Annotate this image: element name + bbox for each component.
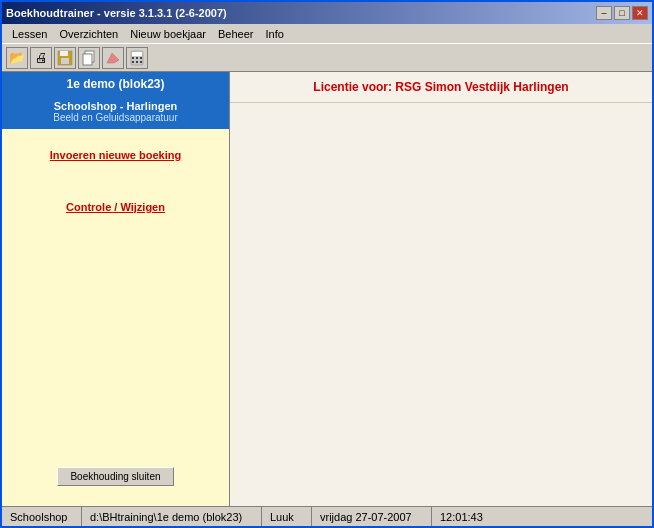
boekhouding-sluiten-button[interactable]: Boekhouding sluiten xyxy=(57,467,173,486)
svg-rect-13 xyxy=(140,61,142,63)
school-name: Schoolshop - Harlingen xyxy=(6,100,225,112)
svg-rect-1 xyxy=(60,51,68,56)
calculator-button[interactable] xyxy=(126,47,148,69)
window-title: Boekhoudtrainer - versie 3.1.3.1 (2-6-20… xyxy=(6,7,227,19)
calculator-icon xyxy=(129,50,145,66)
copy-icon xyxy=(81,50,97,66)
school-info: Schoolshop - Harlingen Beeld en Geluidsa… xyxy=(2,96,229,129)
main-window: Boekhoudtrainer - versie 3.1.3.1 (2-6-20… xyxy=(0,0,654,528)
title-buttons: – □ ✕ xyxy=(596,6,648,20)
controle-wijzigen-link[interactable]: Controle / Wijzigen xyxy=(66,201,165,213)
svg-marker-5 xyxy=(107,53,119,63)
status-time: 12:01:43 xyxy=(432,507,512,526)
right-panel: Licentie voor: RSG Simon Vestdijk Harlin… xyxy=(230,72,652,506)
status-school: Schoolshop xyxy=(2,507,82,526)
menu-lessen[interactable]: Lessen xyxy=(6,26,53,42)
content-area: 1e demo (blok23) Schoolshop - Harlingen … xyxy=(2,72,652,506)
save-button[interactable] xyxy=(54,47,76,69)
left-panel: 1e demo (blok23) Schoolshop - Harlingen … xyxy=(2,72,230,506)
menu-bar: Lessen Overzichten Nieuw boekjaar Beheer… xyxy=(2,24,652,44)
status-bar: Schoolshop d:\BHtraining\1e demo (blok23… xyxy=(2,506,652,526)
school-subtitle: Beeld en Geluidsapparatuur xyxy=(6,112,225,123)
demo-header: 1e demo (blok23) xyxy=(2,72,229,96)
status-user: Luuk xyxy=(262,507,312,526)
status-date: vrijdag 27-07-2007 xyxy=(312,507,432,526)
menu-info[interactable]: Info xyxy=(260,26,290,42)
menu-overzichten[interactable]: Overzichten xyxy=(53,26,124,42)
svg-rect-8 xyxy=(132,57,134,59)
svg-rect-9 xyxy=(136,57,138,59)
title-bar: Boekhoudtrainer - versie 3.1.3.1 (2-6-20… xyxy=(2,2,652,24)
open-folder-button[interactable]: 📂 xyxy=(6,47,28,69)
invoeren-nieuwe-boeking-link[interactable]: Invoeren nieuwe boeking xyxy=(50,149,181,161)
svg-rect-12 xyxy=(136,61,138,63)
menu-beheer[interactable]: Beheer xyxy=(212,26,259,42)
print-button[interactable]: 🖨 xyxy=(30,47,52,69)
toolbar: 📂 🖨 xyxy=(2,44,652,72)
status-path: d:\BHtraining\1e demo (blok23) xyxy=(82,507,262,526)
svg-rect-2 xyxy=(61,58,69,64)
left-actions: Invoeren nieuwe boeking Controle / Wijzi… xyxy=(2,129,229,457)
save-icon xyxy=(57,50,73,66)
svg-rect-4 xyxy=(83,54,92,65)
main-content-area xyxy=(230,103,652,506)
svg-rect-10 xyxy=(140,57,142,59)
close-btn-area: Boekhouding sluiten xyxy=(2,457,229,496)
eraser-icon xyxy=(105,50,121,66)
minimize-button[interactable]: – xyxy=(596,6,612,20)
close-button[interactable]: ✕ xyxy=(632,6,648,20)
menu-nieuw-boekjaar[interactable]: Nieuw boekjaar xyxy=(124,26,212,42)
svg-rect-11 xyxy=(132,61,134,63)
maximize-button[interactable]: □ xyxy=(614,6,630,20)
clear-button[interactable] xyxy=(102,47,124,69)
copy-button[interactable] xyxy=(78,47,100,69)
svg-rect-7 xyxy=(132,52,142,56)
license-bar: Licentie voor: RSG Simon Vestdijk Harlin… xyxy=(230,72,652,103)
